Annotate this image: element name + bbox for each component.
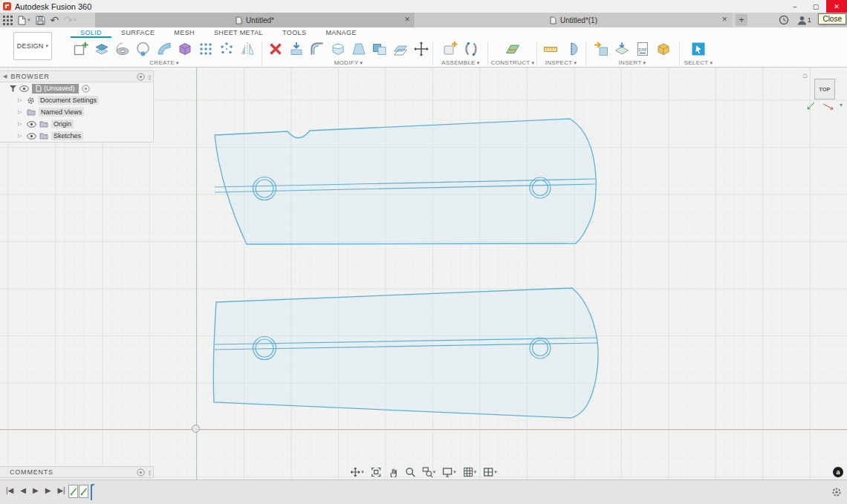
go-to-end-button[interactable]: ▶| <box>57 486 65 494</box>
eye-visibility-icon[interactable] <box>27 121 36 128</box>
tab-manage[interactable]: MANAGE <box>316 29 366 38</box>
tab-surface[interactable]: SURFACE <box>111 29 164 38</box>
file-menu-button[interactable]: ▾ <box>18 16 30 25</box>
zoom-button[interactable] <box>403 466 417 478</box>
joint-icon[interactable] <box>461 39 481 59</box>
expand-caret-icon[interactable]: ▷ <box>18 97 24 103</box>
insert-dropdown[interactable]: INSERT▾ <box>588 59 676 66</box>
job-status-icon[interactable] <box>779 15 789 25</box>
tab-sheet-metal[interactable]: SHEET METAL <box>204 29 273 38</box>
select-dropdown[interactable]: SELECT▾ <box>682 59 715 66</box>
zoom-window-button[interactable]: ▾ <box>421 466 438 478</box>
new-tab-button[interactable]: + <box>736 14 747 26</box>
tab-mesh[interactable]: MESH <box>164 29 204 38</box>
pan-hand-button[interactable] <box>386 466 400 478</box>
apps-grid-icon[interactable] <box>3 16 13 25</box>
design-workspace-menu[interactable]: DESIGN ▾ <box>13 32 52 60</box>
browser-root-row[interactable]: (Unsaved) <box>0 82 153 94</box>
timeline-sketch-feature[interactable] <box>79 485 88 498</box>
tab-close-icon[interactable]: ✕ <box>721 16 727 23</box>
draft-icon[interactable] <box>349 39 369 59</box>
tab-solid[interactable]: SOLID <box>71 29 111 38</box>
assistant-badge[interactable]: a <box>833 467 843 477</box>
document-tab-untitled-1[interactable]: Untitled*(1) ✕ <box>415 13 732 27</box>
shell-icon[interactable] <box>328 39 348 59</box>
combine-icon[interactable] <box>370 39 389 59</box>
timeline-settings-gear-icon[interactable] <box>831 487 842 497</box>
chevron-down-icon[interactable]: ▾ <box>840 102 843 108</box>
document-tab-untitled[interactable]: Untitled* ✕ <box>95 13 415 27</box>
origin-point[interactable] <box>192 425 200 433</box>
insert-derive-icon[interactable] <box>591 39 611 59</box>
filter-icon[interactable] <box>10 85 16 92</box>
decal-icon[interactable] <box>612 39 632 59</box>
create-sketch-icon[interactable] <box>71 39 91 59</box>
panel-grip-icon[interactable]: || <box>149 469 150 476</box>
browser-item-document-settings[interactable]: ▷ Document Settings <box>0 94 153 106</box>
browser-item-origin[interactable]: ▷ Origin <box>0 118 153 130</box>
extrude-icon[interactable] <box>92 39 111 59</box>
comments-panel[interactable]: COMMENTS || <box>0 466 154 478</box>
delete-icon[interactable] <box>266 39 285 59</box>
minimize-button[interactable]: – <box>785 0 805 13</box>
assemble-dropdown[interactable]: ASSEMBLE▾ <box>437 59 484 66</box>
expand-caret-icon[interactable]: ▷ <box>18 109 24 115</box>
modify-dropdown[interactable]: MODIFY▾ <box>265 59 432 66</box>
fillet-icon[interactable] <box>308 39 327 59</box>
timeline-position-marker[interactable] <box>91 485 92 500</box>
browser-item-sketches[interactable]: ▷ Sketches <box>0 130 153 142</box>
target-circle-icon[interactable] <box>137 73 145 81</box>
root-document[interactable]: (Unsaved) <box>32 84 79 94</box>
select-icon[interactable] <box>689 39 708 59</box>
offset-face-icon[interactable] <box>391 39 410 59</box>
play-button[interactable]: ▶ <box>33 486 39 494</box>
timeline-sketch-feature[interactable] <box>68 485 78 498</box>
grid-snaps-button[interactable]: ▾ <box>461 466 478 478</box>
box-primitive-icon[interactable] <box>175 39 195 59</box>
loft-icon[interactable] <box>155 39 174 59</box>
construction-plane-icon[interactable] <box>503 39 522 59</box>
viewport-canvas[interactable]: ◀ BROWSER || (Unsaved) ▷ Document Settin… <box>0 68 847 480</box>
eye-visibility-icon[interactable] <box>27 133 36 140</box>
circular-pattern-icon[interactable] <box>217 39 236 59</box>
eye-visibility-icon[interactable] <box>19 85 29 92</box>
redo-button[interactable]: ↷ ▾ <box>64 15 76 25</box>
go-to-start-button[interactable]: |◀ <box>6 486 13 494</box>
step-forward-button[interactable]: ▶ <box>45 486 51 494</box>
home-view-icon[interactable]: ⌂ <box>802 71 808 79</box>
step-back-button[interactable]: ◀ <box>20 486 26 494</box>
construct-dropdown[interactable]: CONSTRUCT▾ <box>490 59 535 66</box>
move-copy-icon[interactable] <box>412 39 431 59</box>
insert-dxf-icon[interactable]: DXF <box>633 39 652 59</box>
press-pull-icon[interactable] <box>287 39 306 59</box>
viewports-button[interactable]: ▾ <box>481 466 499 478</box>
close-button[interactable]: ✕ <box>826 0 847 13</box>
new-component-icon[interactable] <box>441 39 460 59</box>
inspect-dropdown[interactable]: INSPECT▾ <box>539 59 582 66</box>
viewcube-top-face[interactable]: TOP <box>814 79 835 99</box>
undo-button[interactable]: ↶ <box>51 15 59 25</box>
pan-arrows-button[interactable]: ▾ <box>348 466 366 478</box>
sweep-icon[interactable] <box>134 39 153 59</box>
insert-mesh-icon[interactable] <box>654 39 673 59</box>
collapse-panel-icon[interactable]: ◀ <box>3 73 7 79</box>
create-dropdown[interactable]: CREATE▾ <box>67 59 262 66</box>
expand-caret-icon[interactable]: ▷ <box>18 133 24 139</box>
activate-radio-icon[interactable] <box>82 85 90 93</box>
mirror-icon[interactable] <box>238 39 257 59</box>
timeline-track[interactable] <box>68 485 92 500</box>
target-circle-icon[interactable] <box>137 468 145 477</box>
profile-button[interactable]: 1 <box>797 16 811 25</box>
tab-tools[interactable]: TOOLS <box>273 29 316 38</box>
fit-view-button[interactable] <box>369 466 383 478</box>
panel-grip-icon[interactable]: || <box>149 73 150 80</box>
display-settings-button[interactable]: ▾ <box>441 466 458 478</box>
section-analysis-icon[interactable] <box>562 39 581 59</box>
measure-icon[interactable] <box>541 39 560 59</box>
revolve-icon[interactable] <box>113 39 132 59</box>
expand-caret-icon[interactable]: ▷ <box>18 121 24 127</box>
maximize-button[interactable]: ▢ <box>805 0 826 13</box>
save-button[interactable] <box>36 16 45 25</box>
browser-item-named-views[interactable]: ▷ Named Views <box>0 106 153 118</box>
tab-close-icon[interactable]: ✕ <box>404 16 410 23</box>
